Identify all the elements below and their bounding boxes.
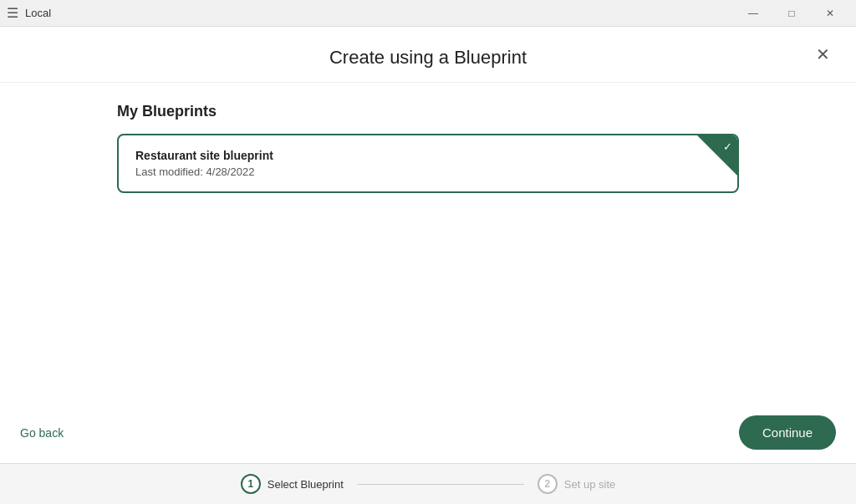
title-bar: ☰ Local — □ ✕ — [0, 0, 856, 27]
blueprint-card[interactable]: Restaurant site blueprint Last modified:… — [117, 134, 739, 193]
maximize-button[interactable]: □ — [772, 0, 811, 27]
go-back-button[interactable]: Go back — [20, 423, 64, 443]
title-bar-left: ☰ Local — [7, 5, 51, 21]
blueprint-date: Last modified: 4/28/2022 — [135, 165, 721, 178]
main-content: Create using a Blueprint ✕ My Blueprints… — [0, 27, 856, 504]
check-icon: ✓ — [723, 140, 732, 153]
dialog-header: Create using a Blueprint ✕ — [0, 27, 856, 83]
title-bar-controls: — □ ✕ — [734, 0, 849, 27]
hamburger-icon[interactable]: ☰ — [7, 5, 18, 21]
step-2-label: Set up site — [564, 478, 615, 491]
content-area: My Blueprints Restaurant site blueprint … — [0, 83, 856, 402]
app-title: Local — [25, 7, 51, 19]
step-1-number: 1 — [241, 474, 261, 494]
footer-area: Go back Continue — [0, 402, 856, 463]
continue-button[interactable]: Continue — [739, 415, 836, 450]
minimize-button[interactable]: — — [734, 0, 772, 27]
step-1: 1 Select Blueprint — [241, 474, 344, 494]
steps-bar: 1 Select Blueprint 2 Set up site — [0, 463, 856, 504]
step-connector — [357, 484, 524, 485]
section-title: My Blueprints — [117, 103, 739, 120]
blueprint-name: Restaurant site blueprint — [135, 149, 721, 162]
step-1-label: Select Blueprint — [268, 478, 344, 491]
window-close-button[interactable]: ✕ — [811, 0, 849, 27]
dialog-close-button[interactable]: ✕ — [809, 41, 836, 68]
step-2-number: 2 — [538, 474, 558, 494]
step-2: 2 Set up site — [538, 474, 615, 494]
dialog-title: Create using a Blueprint — [329, 47, 527, 69]
